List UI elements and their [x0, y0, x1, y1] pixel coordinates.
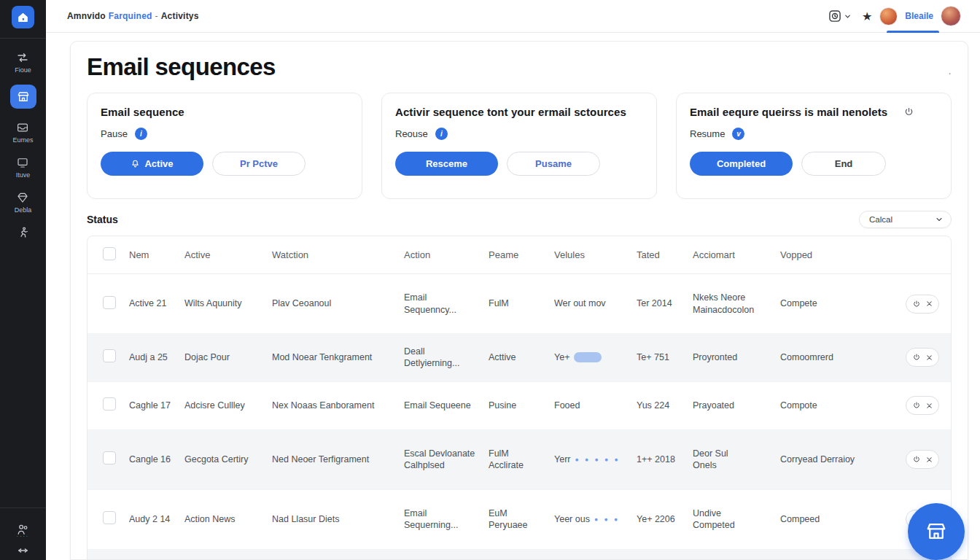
sequences-table: Nem Active Watction Action Peame Velules…	[87, 236, 952, 560]
table-row: Caghle 17 Adcisre Cullley Nex Noaas Eanb…	[88, 382, 951, 430]
cell-velules: Fooed	[554, 400, 637, 411]
bell-icon	[131, 159, 140, 168]
floating-action-button[interactable]	[908, 503, 965, 560]
power-icon	[912, 300, 921, 308]
sidebar-item-eumes[interactable]: Eumes	[12, 121, 33, 144]
completed-button[interactable]: Completed	[690, 152, 793, 176]
end-button[interactable]: End	[801, 152, 886, 176]
breadcrumb[interactable]: AmnvidoFarquined-Activitys	[67, 11, 199, 21]
card-activity-sequence: Activir sequence tont your ermail sctour…	[381, 93, 657, 199]
power-icon[interactable]	[903, 106, 914, 117]
cell-nem: Audj a 25	[129, 351, 184, 363]
cell-watction: Nex Noaas Eanborament	[272, 400, 404, 411]
pactive-button[interactable]: Pr Pctve	[212, 152, 306, 176]
avatar[interactable]	[879, 7, 898, 26]
inbox-icon	[16, 121, 29, 134]
swap-arrows-icon[interactable]	[17, 545, 29, 556]
cell-active: Adcisre Cullley	[184, 400, 272, 411]
chevron-down-icon	[844, 12, 852, 20]
row-actions-button[interactable]	[906, 295, 939, 314]
row-checkbox[interactable]	[103, 511, 116, 524]
table-header: Nem Active Watction Action Peame Velules…	[88, 236, 951, 274]
rating-dots: ● ● ●	[594, 516, 620, 523]
cell-nem: Cangle 16	[129, 454, 184, 465]
table-row: Alay 2 19 Polee Fack Wid Nocer Dilecan D…	[88, 550, 951, 560]
row-actions-button[interactable]	[906, 450, 939, 469]
col-watction: Watction	[272, 249, 404, 260]
status-heading: Status	[87, 214, 118, 225]
row-actions-button[interactable]	[906, 348, 939, 367]
info-icon[interactable]: i	[435, 128, 448, 140]
cell-active: Dojac Pour	[184, 351, 272, 363]
store-icon	[17, 90, 30, 104]
history-menu-button[interactable]	[828, 9, 852, 23]
power-icon	[912, 353, 921, 362]
app-window: Fioue Eumes Ituve Debla	[0, 0, 980, 560]
content-area: Email sequences · Email sequence Pause i	[46, 33, 980, 560]
sidebar: Fioue Eumes Ituve Debla	[0, 0, 46, 560]
col-peame: Peame	[489, 249, 554, 260]
card-title: Email eequre queirss is mail nenolets	[690, 106, 887, 118]
gem-icon	[16, 191, 29, 204]
card-title: Email sequence	[101, 106, 184, 118]
sidebar-item-debla[interactable]: Debla	[15, 191, 32, 214]
sidebar-item-label: Debla	[15, 206, 32, 214]
cell-nem: Audy 2 14	[129, 513, 184, 525]
cell-nem: Caghle 17	[129, 400, 184, 411]
cell-tated: Ter 2014	[637, 298, 693, 309]
cell-vopped: Comoomrerd	[780, 351, 883, 363]
row-checkbox[interactable]	[103, 349, 116, 362]
select-all-checkbox[interactable]	[103, 247, 116, 260]
cell-watction: Mod Noear Tenkgrament	[272, 351, 404, 363]
cell-velules: Yerr ● ● ● ● ●	[554, 454, 637, 465]
rating-badge	[574, 352, 602, 362]
table-row: Cangle 16 Gecgota Certiry Ned Neoer Terf…	[88, 430, 951, 490]
cell-vopped: Compeed	[780, 513, 883, 525]
card-email-queries: Email eequre queirss is mail nenolets Re…	[676, 93, 952, 199]
table-row: Audj a 25 Dojac Pour Mod Noear Tenkgrame…	[88, 334, 951, 382]
rating-dots: ● ● ● ● ●	[575, 456, 620, 463]
cell-peame: Pusine	[489, 400, 554, 411]
cell-acciomart: Proyronted	[693, 340, 780, 376]
avatar[interactable]	[941, 6, 961, 26]
breadcrumb-part2[interactable]: Farquined	[109, 11, 152, 21]
cell-watction: Ned Neoer Terfigrament	[272, 454, 404, 465]
cell-tated: Ye+ 2206	[637, 513, 693, 525]
check-icon[interactable]: v	[732, 128, 744, 140]
chevron-down-icon	[935, 215, 944, 224]
cell-vopped: Compote	[780, 400, 883, 411]
sidebar-item-fioue[interactable]: Fioue	[15, 51, 31, 74]
power-icon	[912, 401, 921, 410]
button-label: Active	[144, 158, 173, 169]
status-filter-select[interactable]: Calcal	[859, 211, 952, 228]
user-name[interactable]: Bleaile	[905, 11, 933, 21]
star-icon[interactable]: ★	[862, 9, 872, 23]
active-button[interactable]: Active	[101, 152, 203, 176]
power-icon	[912, 455, 921, 464]
title-overflow-dot[interactable]: ·	[948, 66, 952, 79]
table-row: Active 21 Wilts Aquunity Plav Ceoanoul E…	[88, 274, 951, 334]
sidebar-item-sequences-active[interactable]	[10, 85, 36, 109]
pause-button[interactable]: Pusame	[507, 152, 600, 176]
sidebar-item-ituve[interactable]: Ituve	[16, 156, 31, 179]
row-checkbox[interactable]	[103, 397, 116, 411]
sidebar-item-runner[interactable]	[17, 226, 30, 239]
cell-acciomart: Deor Sul Onels	[693, 436, 780, 483]
cell-tated: Te+ 751	[637, 351, 693, 363]
row-checkbox[interactable]	[103, 296, 116, 309]
home-button[interactable]	[12, 6, 34, 28]
resume-button[interactable]: Resceme	[395, 152, 498, 176]
table-body: Active 21 Wilts Aquunity Plav Ceoanoul E…	[88, 274, 951, 560]
page-card: Email sequences · Email sequence Pause i	[70, 41, 968, 560]
row-checkbox[interactable]	[103, 451, 116, 464]
col-tated: Tated	[637, 249, 693, 260]
cell-acciomart: Nkeks Neore Mainacdocolon	[693, 280, 780, 327]
info-icon[interactable]: i	[135, 128, 147, 140]
col-acciomart: Acciomart	[693, 249, 780, 260]
cell-vopped: Corryead Derraioy	[780, 454, 883, 465]
row-actions-button[interactable]	[906, 396, 939, 415]
cell-peame: EuM Peryuaee	[489, 508, 554, 532]
filter-value: Calcal	[869, 215, 892, 224]
sidebar-item-label: Ituve	[16, 171, 31, 179]
cell-acciomart: Undive Competed	[693, 496, 780, 543]
